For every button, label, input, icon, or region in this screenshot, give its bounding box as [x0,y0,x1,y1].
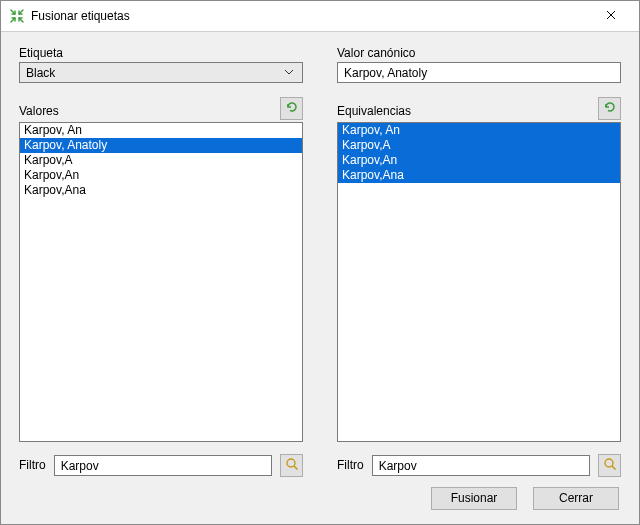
values-filter-label: Filtro [19,458,46,472]
right-panel: Valor canónico Equivalencias Karpov, AnK… [337,46,621,477]
equivalences-header: Equivalencias [337,97,621,120]
values-label: Valores [19,104,59,118]
refresh-icon [285,100,299,117]
chevron-down-icon [282,70,296,75]
close-button[interactable] [591,1,631,31]
list-item[interactable]: Karpov,A [20,153,302,168]
refresh-values-button[interactable] [280,97,303,120]
close-dialog-button[interactable]: Cerrar [533,487,619,510]
svg-point-0 [287,459,295,467]
panels: Etiqueta Black Valores [19,46,621,477]
left-panel: Etiqueta Black Valores [19,46,303,477]
values-header: Valores [19,97,303,120]
canonical-label: Valor canónico [337,46,621,60]
tag-select-value: Black [26,66,282,80]
titlebar: Fusionar etiquetas [1,1,639,32]
refresh-icon [603,100,617,117]
close-icon [606,9,616,23]
equivalences-label: Equivalencias [337,104,411,118]
merge-tags-dialog: Fusionar etiquetas Etiqueta Black [0,0,640,525]
dialog-body: Etiqueta Black Valores [1,32,639,524]
values-filter-search-button[interactable] [280,454,303,477]
tag-label: Etiqueta [19,46,303,60]
values-list[interactable]: Karpov, AnKarpov, AnatolyKarpov,AKarpov,… [19,122,303,442]
list-item[interactable]: Karpov, An [338,123,620,138]
list-item[interactable]: Karpov, An [20,123,302,138]
list-item[interactable]: Karpov,An [338,153,620,168]
search-icon [603,457,617,474]
equivalences-filter-input[interactable] [372,455,590,476]
window-title: Fusionar etiquetas [31,9,591,23]
dialog-buttons: Fusionar Cerrar [19,487,621,510]
list-item[interactable]: Karpov,Ana [20,183,302,198]
values-filter-input[interactable] [54,455,272,476]
refresh-equivalences-button[interactable] [598,97,621,120]
list-item[interactable]: Karpov,An [20,168,302,183]
list-item[interactable]: Karpov, Anatoly [20,138,302,153]
search-icon [285,457,299,474]
canonical-input[interactable] [337,62,621,83]
equivalences-list[interactable]: Karpov, AnKarpov,AKarpov,AnKarpov,Ana [337,122,621,442]
equivalences-filter-row: Filtro [337,454,621,477]
equivalences-filter-search-button[interactable] [598,454,621,477]
svg-point-1 [605,459,613,467]
values-filter-row: Filtro [19,454,303,477]
equivalences-filter-label: Filtro [337,458,364,472]
list-item[interactable]: Karpov,Ana [338,168,620,183]
merge-icon [9,8,25,24]
list-item[interactable]: Karpov,A [338,138,620,153]
tag-select[interactable]: Black [19,62,303,83]
merge-button[interactable]: Fusionar [431,487,517,510]
